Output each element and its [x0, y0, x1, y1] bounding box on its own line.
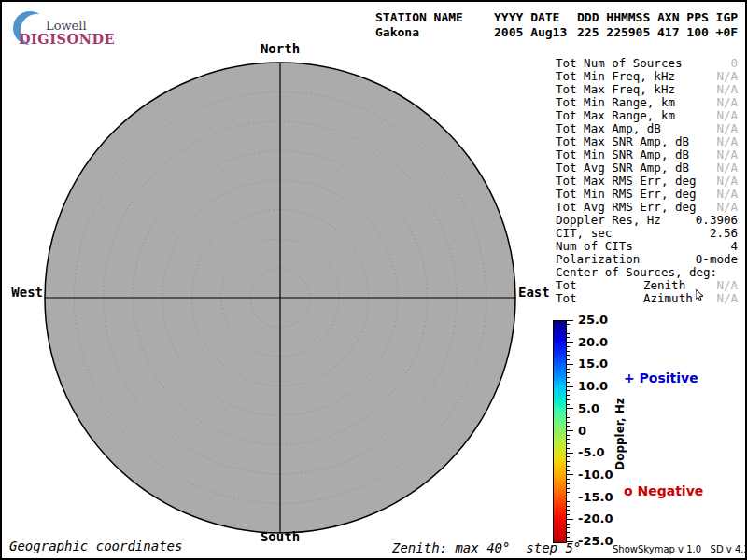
colorbar-major-tick	[566, 453, 573, 454]
colorbar-major-tick	[566, 474, 573, 475]
colorbar-minor-tick	[566, 324, 570, 325]
colorbar-minor-tick	[566, 377, 570, 378]
colorbar-minor-tick	[566, 524, 570, 525]
header-time-label: DDD HHMMSS	[577, 10, 650, 24]
colorbar-minor-tick	[566, 413, 570, 413]
showskymap-window: Lowell DIGISONDE STATION NAME YYYY DATE …	[0, 0, 747, 560]
colorbar-major-tick	[566, 430, 573, 431]
colorbar-tick-label: -5.0	[578, 445, 604, 459]
stats-row-value: N/A	[716, 69, 738, 83]
colorbar-minor-tick	[566, 448, 570, 449]
plus-marker-icon: +	[624, 371, 635, 385]
colorbar-minor-tick	[566, 514, 570, 515]
stats-row: Tot Min Freq, kHzN/A	[556, 69, 738, 82]
colorbar-minor-tick	[566, 510, 570, 511]
stats-row-value: N/A	[716, 95, 738, 109]
colorbar-minor-tick	[566, 395, 570, 396]
stats-row-label: Tot Min Range, km	[556, 95, 675, 109]
stats-row: Tot Avg SNR Amp, dBN/A	[556, 161, 738, 174]
colorbar-major-tick	[566, 519, 573, 520]
stats-row-label: Tot Avg RMS Err, deg	[556, 200, 697, 214]
stats-row-value: N/A	[716, 121, 738, 135]
colorbar-minor-tick	[566, 461, 570, 462]
stats-row-label: Tot Min Freq, kHz	[556, 69, 675, 83]
colorbar-major-tick	[566, 320, 573, 321]
colorbar-tick-label: -15.0	[578, 490, 613, 504]
stats-row-value: 0.3906	[696, 213, 738, 227]
colorbar-minor-tick	[566, 337, 570, 338]
stats-row-value: N/A	[716, 291, 738, 305]
colorbar-tick-label: 5.0	[578, 401, 599, 415]
stats-row-label: Doppler Res, Hz	[556, 213, 661, 227]
colorbar-minor-tick	[566, 372, 570, 373]
stats-row-label: Tot Min RMS Err, deg	[556, 187, 697, 201]
circle-marker-icon: o	[624, 483, 633, 498]
stats-row-label: Tot Num of Sources	[556, 56, 682, 70]
colorbar-minor-tick	[566, 426, 570, 427]
stats-row: CIT, sec2.56	[556, 226, 738, 239]
colorbar-tick-label: 20.0	[578, 335, 608, 349]
stats-row-value: N/A	[716, 278, 738, 292]
logo-digisonde-text: DIGISONDE	[19, 31, 115, 47]
colorbar-minor-tick	[566, 382, 570, 383]
stats-row: Doppler Res, Hz0.3906	[556, 213, 738, 226]
stats-row-value: O-mode	[696, 252, 738, 266]
legend-positive: + Positive	[624, 371, 698, 385]
colorbar-tick-label: -10.0	[578, 468, 613, 482]
stats-row-sublabel: Zenith	[643, 278, 685, 292]
stats-row: Num of CITs4	[556, 239, 738, 252]
colorbar-minor-tick	[566, 527, 570, 528]
colorbar-tick-label: 0	[578, 424, 586, 438]
colorbar-minor-tick	[566, 492, 570, 493]
stats-row-label: Tot Max Freq, kHz	[556, 82, 675, 96]
stats-row-label: Polarization	[556, 252, 640, 266]
colorbar-major-tick	[566, 386, 573, 387]
colorbar-minor-tick	[566, 422, 570, 423]
header-time-value: 225 225905	[577, 25, 650, 39]
stats-row-label: Tot Max Range, km	[556, 108, 675, 122]
colorbar-minor-tick	[566, 443, 570, 444]
compass-east-label: East	[518, 285, 559, 300]
stats-row-sublabel: Azimuth	[643, 291, 693, 305]
stats-row-value: N/A	[716, 147, 738, 161]
stats-row: Tot Max Freq, kHzN/A	[556, 82, 738, 95]
colorbar-minor-tick	[566, 369, 570, 370]
colorbar-minor-tick	[566, 532, 570, 533]
zenith-range-label: Zenith: max 40° step 5°	[392, 540, 581, 555]
stats-row: Tot Min RMS Err, degN/A	[556, 187, 738, 200]
skymap-plot	[41, 59, 519, 537]
stats-row-value: 0	[730, 56, 738, 70]
stats-row-label: Tot Max RMS Err, deg	[556, 174, 697, 188]
colorbar-minor-tick	[566, 390, 570, 391]
colorbar-minor-tick	[566, 501, 570, 502]
stats-row: Tot Num of Sources0	[556, 56, 738, 69]
colorbar-minor-tick	[566, 351, 570, 352]
colorbar-axis-label: Doppler, Hz	[613, 398, 627, 470]
colorbar-minor-tick	[566, 439, 570, 440]
colorbar-tick-label: -20.0	[578, 511, 613, 525]
stats-row-value: N/A	[716, 174, 738, 188]
compass-north-label: North	[252, 41, 308, 56]
stats-row-value: N/A	[716, 187, 738, 201]
stats-row-value: N/A	[716, 108, 738, 122]
colorbar-major-tick	[566, 497, 573, 497]
colorbar-minor-tick	[566, 435, 570, 436]
version-label: ShowSkymap v 1.0 SD v 4.2	[613, 544, 747, 554]
header-date-value: 2005 Aug13	[494, 25, 567, 39]
colorbar-minor-tick	[566, 466, 570, 467]
stats-row: Tot Max Amp, dBN/A	[556, 121, 738, 134]
colorbar-minor-tick	[566, 488, 570, 489]
stats-row-label: Tot Max SNR Amp, dB	[556, 134, 689, 148]
lowell-digisonde-logo: Lowell DIGISONDE	[2, 2, 133, 54]
stats-row-label: Tot Max Amp, dB	[556, 121, 661, 135]
colorbar-minor-tick	[566, 417, 570, 418]
legend-positive-label: Positive	[640, 371, 698, 385]
stats-row-label: Center of Sources, deg:	[556, 265, 717, 279]
colorbar-tick-label: 10.0	[578, 379, 608, 393]
colorbar-minor-tick	[566, 506, 570, 507]
stats-row: Tot Max Range, kmN/A	[556, 108, 738, 121]
colorbar-minor-tick	[566, 333, 570, 334]
colorbar-minor-tick	[566, 399, 570, 400]
colorbar-major-tick	[566, 408, 573, 409]
colorbar-minor-tick	[566, 346, 570, 347]
